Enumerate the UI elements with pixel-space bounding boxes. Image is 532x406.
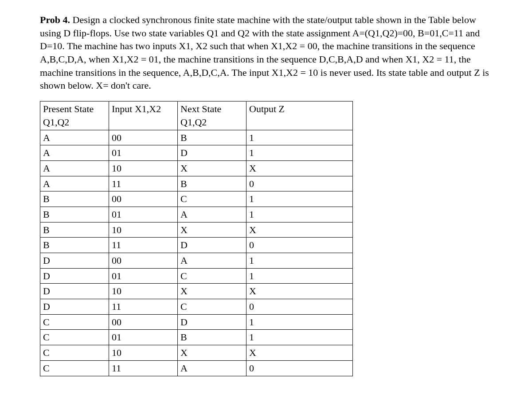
table-cell: D bbox=[40, 253, 109, 269]
problem-label: Prob 4. bbox=[40, 14, 70, 25]
table-cell: 0 bbox=[246, 176, 353, 191]
table-cell: 1 bbox=[246, 145, 353, 161]
table-cell: X bbox=[178, 284, 246, 299]
table-row: A11B0 bbox=[40, 176, 353, 191]
table-cell: X bbox=[178, 345, 246, 361]
table-cell: X bbox=[246, 284, 353, 299]
problem-body: Design a clocked synchronous finite stat… bbox=[40, 14, 489, 91]
table-cell: B bbox=[40, 238, 109, 253]
table-cell: X bbox=[246, 222, 353, 238]
table-row: D01C1 bbox=[40, 268, 353, 284]
table-cell: C bbox=[40, 360, 109, 376]
table-cell: C bbox=[40, 314, 109, 330]
table-cell: 01 bbox=[109, 330, 178, 345]
table-cell: 11 bbox=[109, 238, 178, 253]
table-cell: 01 bbox=[109, 145, 178, 161]
table-cell: D bbox=[40, 268, 109, 284]
problem-container: Prob 4. Design a clocked synchronous fin… bbox=[40, 13, 492, 376]
table-cell: X bbox=[246, 160, 353, 176]
table-cell: B bbox=[40, 191, 109, 207]
table-cell: A bbox=[178, 253, 246, 269]
state-table: Present State Q1,Q2 Input X1,X2 Next Sta… bbox=[40, 101, 353, 376]
table-cell: D bbox=[40, 299, 109, 315]
table-cell: 1 bbox=[246, 268, 353, 284]
table-cell: B bbox=[178, 176, 246, 191]
table-cell: 10 bbox=[109, 222, 178, 238]
table-cell: 1 bbox=[246, 191, 353, 207]
table-row: D11C0 bbox=[40, 299, 353, 315]
header-next-state: Next State Q1,Q2 bbox=[178, 102, 246, 130]
table-cell: A bbox=[40, 176, 109, 191]
table-cell: B bbox=[178, 330, 246, 345]
table-row: B00C1 bbox=[40, 191, 353, 207]
table-cell: D bbox=[178, 314, 246, 330]
table-cell: 11 bbox=[109, 360, 178, 376]
table-cell: 1 bbox=[246, 130, 353, 145]
table-cell: X bbox=[178, 222, 246, 238]
table-cell: 10 bbox=[109, 284, 178, 299]
table-cell: 00 bbox=[109, 253, 178, 269]
table-cell: C bbox=[40, 330, 109, 345]
table-cell: 00 bbox=[109, 191, 178, 207]
header-output: Output Z bbox=[246, 102, 353, 130]
table-row: C11A0 bbox=[40, 360, 353, 376]
table-cell: 00 bbox=[109, 130, 178, 145]
table-cell: 1 bbox=[246, 314, 353, 330]
table-cell: A bbox=[40, 130, 109, 145]
table-cell: X bbox=[246, 345, 353, 361]
table-cell: 1 bbox=[246, 330, 353, 345]
table-cell: 10 bbox=[109, 345, 178, 361]
table-header-row: Present State Q1,Q2 Input X1,X2 Next Sta… bbox=[40, 102, 353, 130]
table-row: B01A1 bbox=[40, 207, 353, 222]
table-row: B11D0 bbox=[40, 238, 353, 253]
table-cell: 01 bbox=[109, 268, 178, 284]
table-cell: X bbox=[178, 160, 246, 176]
table-cell: A bbox=[178, 360, 246, 376]
table-row: D00A1 bbox=[40, 253, 353, 269]
table-cell: C bbox=[178, 191, 246, 207]
table-body: A00B1A01D1A10XXA11B0B00C1B01A1B10XXB11D0… bbox=[40, 130, 353, 376]
table-cell: 10 bbox=[109, 160, 178, 176]
table-cell: 0 bbox=[246, 299, 353, 315]
table-cell: 0 bbox=[246, 238, 353, 253]
table-row: A01D1 bbox=[40, 145, 353, 161]
table-cell: D bbox=[40, 284, 109, 299]
table-cell: 11 bbox=[109, 176, 178, 191]
table-cell: 00 bbox=[109, 314, 178, 330]
table-cell: C bbox=[178, 268, 246, 284]
table-cell: B bbox=[178, 130, 246, 145]
table-cell: D bbox=[178, 238, 246, 253]
table-row: C10XX bbox=[40, 345, 353, 361]
header-input: Input X1,X2 bbox=[109, 102, 178, 130]
table-cell: 1 bbox=[246, 253, 353, 269]
table-cell: A bbox=[40, 145, 109, 161]
table-row: A10XX bbox=[40, 160, 353, 176]
table-cell: 11 bbox=[109, 299, 178, 315]
table-cell: A bbox=[178, 207, 246, 222]
table-row: D10XX bbox=[40, 284, 353, 299]
table-cell: D bbox=[178, 145, 246, 161]
table-cell: A bbox=[40, 160, 109, 176]
table-cell: C bbox=[40, 345, 109, 361]
problem-statement: Prob 4. Design a clocked synchronous fin… bbox=[40, 13, 492, 92]
table-cell: B bbox=[40, 222, 109, 238]
table-row: A00B1 bbox=[40, 130, 353, 145]
header-present-state: Present State Q1,Q2 bbox=[40, 102, 109, 130]
table-cell: 1 bbox=[246, 207, 353, 222]
table-row: C00D1 bbox=[40, 314, 353, 330]
table-cell: 01 bbox=[109, 207, 178, 222]
table-row: B10XX bbox=[40, 222, 353, 238]
table-cell: 0 bbox=[246, 360, 353, 376]
table-cell: B bbox=[40, 207, 109, 222]
table-row: C01B1 bbox=[40, 330, 353, 345]
table-cell: C bbox=[178, 299, 246, 315]
